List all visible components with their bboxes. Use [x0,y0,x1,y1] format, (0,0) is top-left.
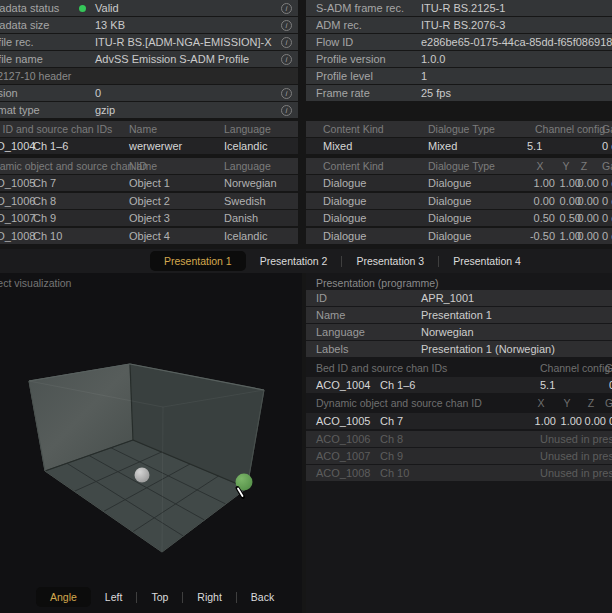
presentation-id-row: ID APR_1001 [306,290,612,306]
info-icon[interactable] [281,105,292,116]
row-value: 1 [421,68,427,84]
bed-channels: Ch 1–6 [33,138,68,154]
object-unused-label: Unused in presentation [540,431,612,447]
col-header: Dialogue Type [428,158,495,174]
row-label: Profile version [316,51,386,67]
info-icon[interactable] [281,54,292,65]
info-icon[interactable] [281,3,292,14]
bed-channels: Ch 1–6 [380,377,415,393]
col-header: Language [224,158,271,174]
presentation-bed-header: Bed ID and source chan IDs Channel confi… [306,360,612,376]
row-value: AdvSS Emission S-ADM Profile [95,51,249,67]
col-header-z: Z [569,158,599,174]
bed-gain: 0 dB [602,138,612,154]
col-header-z: Z [576,395,606,411]
row-label: Profile level [316,68,373,84]
col-header: Dynamic object and source chan ID [0,158,147,174]
row-value: Presentation 1 [421,307,492,323]
view-button-right[interactable]: Right [183,587,236,607]
object-row[interactable]: ACO_1007 Ch 9 Object 3 Danish [0,210,298,226]
presentation-object-row[interactable]: ACO_1005 Ch 7 1.00 1.00 0.00 0 dB [306,413,612,429]
version-row: Version 0 [0,85,298,101]
col-header: Name [129,121,157,137]
object-language: Danish [224,210,258,226]
object-row-right[interactable]: Dialogue Dialogue 0.50 0.50 0.00 0 dB [306,210,612,226]
profile-level-row: Profile level 1 [306,68,612,84]
row-label: ADM rec. [316,17,362,33]
row-label: S-ADM frame rec. [316,0,404,16]
flow-id-row: Flow ID e286be65-0175-44ca-85dd-f65f0869… [306,34,612,50]
section-label: ST 2127-10 header [0,68,71,84]
object-row[interactable]: ACO_1008 Ch 10 Object 4 Icelandic [0,228,298,244]
object-row-right[interactable]: Dialogue Dialogue 1.00 1.00 0.00 0 dB [306,175,612,191]
format-type-row: Format type gzip [0,102,298,118]
object-content-kind: Dialogue [323,228,366,244]
col-header: Content Kind [323,121,384,137]
tab-presentation-2[interactable]: Presentation 2 [246,251,342,271]
view-button-top[interactable]: Top [137,587,182,607]
tab-presentation-1[interactable]: Presentation 1 [150,251,246,271]
object-id: ACO_1005 [0,175,35,191]
col-header-gain: Gain [602,158,612,174]
object-unused-label: Unused in presentation [540,448,612,464]
presentation-labels-row: Labels Presentation 1 (Norwegian) [306,341,612,357]
view-button-left[interactable]: Left [91,587,137,607]
presentation-bed-row[interactable]: ACO_1004 Ch 1–6 5.1 0 dB [306,377,612,393]
object-channels: Ch 10 [380,465,409,481]
info-icon[interactable] [281,88,292,99]
row-label: ID [316,290,327,306]
tab-presentation-3[interactable]: Presentation 3 [342,251,438,271]
info-icon[interactable] [281,37,292,48]
view-button-back[interactable]: Back [237,587,288,607]
adm-rec-row: ADM rec. ITU-R BS.2076-3 [306,17,612,33]
bed-dialogue-type: Mixed [428,138,457,154]
object-name: Object 1 [129,175,170,191]
bed-channel-config: 5.1 [540,377,555,393]
bed-content-kind: Mixed [323,138,352,154]
object-language: Icelandic [224,228,267,244]
row-value: Presentation 1 (Norwegian) [421,341,555,357]
object-row-right[interactable]: Dialogue Dialogue -0.50 1.00 0.00 0 dB [306,228,612,244]
object-row[interactable]: ACO_1006 Ch 8 Object 2 Swedish [0,193,298,209]
tab-presentation-4[interactable]: Presentation 4 [439,251,535,271]
object-channels: Ch 9 [380,448,403,464]
view-button-angle[interactable]: Angle [36,587,91,607]
col-header: Language [224,121,271,137]
presentation-object-row[interactable]: ACO_1008 Ch 10 Unused in presentation [306,465,612,481]
presentation-object-row[interactable]: ACO_1007 Ch 9 Unused in presentation [306,448,612,464]
profile-name-row: Profile name AdvSS Emission S-ADM Profil… [0,51,298,67]
object-table-header-right: Content Kind Dialogue Type X Y Z Gain [306,158,612,174]
row-label: Frame rate [316,85,370,101]
object-channels: Ch 7 [33,175,56,191]
bed-row-right[interactable]: Mixed Mixed 5.1 0 dB [306,138,612,154]
row-label: Version [0,85,18,101]
row-value: ITU-R BS.[ADM-NGA-EMISSION]-X [95,34,272,50]
bed-name: werwerwer [129,138,182,154]
bed-language: Icelandic [224,138,267,154]
col-header: Channel config [540,360,610,376]
profile-rec-row: Profile rec. ITU-R BS.[ADM-NGA-EMISSION]… [0,34,298,50]
object-z: 0.00 [576,413,606,429]
bed-table-header-right: Content Kind Dialogue Type Channel confi… [306,121,612,137]
object-dialogue-type: Dialogue [428,228,471,244]
object-content-kind: Dialogue [323,210,366,226]
object-row[interactable]: ACO_1005 Ch 7 Object 1 Norwegian [0,175,298,191]
object-name: Object 4 [129,228,170,244]
object-gain: 0 dB [602,193,612,209]
object-z: 0.00 [569,175,599,191]
presentation-name-row: Name Presentation 1 [306,307,612,323]
object-language: Swedish [224,193,266,209]
object-row-right[interactable]: Dialogue Dialogue 0.00 0.00 0.00 0 dB [306,193,612,209]
row-value: 0 [95,85,101,101]
bed-row[interactable]: ACO_1004 Ch 1–6 werwerwer Icelandic [0,138,298,154]
col-header-gain: Gain [605,395,612,411]
object-z: 0.00 [569,210,599,226]
row-value: ITU-R BS.2125-1 [421,0,505,16]
info-icon[interactable] [281,20,292,31]
object-visualization-canvas[interactable] [0,273,302,586]
object-id: ACO_1008 [316,465,370,481]
object-dialogue-type: Dialogue [428,193,471,209]
col-header: Bed ID and source chan IDs [0,121,112,137]
presentation-object-row[interactable]: ACO_1006 Ch 8 Unused in presentation [306,431,612,447]
object-sphere-gray[interactable] [135,468,150,483]
